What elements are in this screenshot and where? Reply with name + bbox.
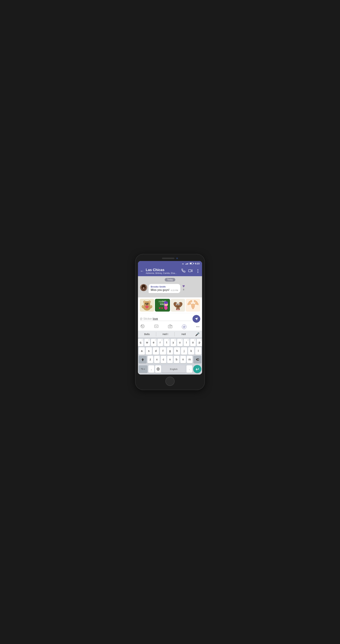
key-q[interactable]: 1q xyxy=(138,339,143,346)
special-key[interactable]: ?1☺ xyxy=(139,365,147,373)
date-badge: Today xyxy=(165,278,175,282)
svg-point-28 xyxy=(180,305,181,306)
svg-point-33 xyxy=(177,304,178,305)
sticker-heart-cookie[interactable] xyxy=(171,299,185,312)
svg-point-39 xyxy=(178,310,179,310)
mic-icon[interactable]: 🎤 xyxy=(193,332,202,336)
svg-point-38 xyxy=(177,310,178,310)
keyboard: Bello Hell l Hell 🎤 1q 2w 3e 4r 5t 6y 7u xyxy=(138,331,202,374)
svg-point-37 xyxy=(176,309,177,310)
key-c[interactable]: c xyxy=(161,356,166,363)
svg-point-12 xyxy=(149,301,150,302)
key-row-3: z x c v b n m xyxy=(139,356,201,363)
key-u[interactable]: 7u xyxy=(177,339,183,346)
app-header: ← Las Chicas Adrienne, Britney, Camila, … xyxy=(138,266,202,276)
call-button[interactable] xyxy=(182,269,186,274)
key-x[interactable]: x xyxy=(154,356,160,363)
svg-rect-44 xyxy=(154,325,158,328)
svg-rect-48 xyxy=(142,361,143,361)
svg-point-46 xyxy=(169,326,171,327)
sticker-strip: I LOVE YOU! xyxy=(138,298,202,313)
key-row-2: a s d f g h j k l xyxy=(139,347,201,355)
svg-point-6 xyxy=(144,286,146,289)
key-n[interactable]: n xyxy=(180,356,186,363)
chat-area: Today xyxy=(138,276,202,298)
svg-point-15 xyxy=(146,303,146,304)
input-row: @ Sticker love xyxy=(140,315,200,323)
svg-point-47 xyxy=(171,326,172,326)
space-key[interactable]: English xyxy=(162,365,186,373)
globe-key[interactable] xyxy=(155,365,161,373)
key-h[interactable]: h xyxy=(174,347,180,355)
key-g[interactable]: g xyxy=(167,347,173,355)
emoji-sticker-button[interactable] xyxy=(140,324,145,329)
signal-icon xyxy=(186,262,189,264)
svg-point-27 xyxy=(176,305,176,306)
key-v[interactable]: v xyxy=(167,356,173,363)
back-button[interactable]: ← xyxy=(140,269,144,273)
speaker xyxy=(162,258,175,259)
battery-icon xyxy=(190,262,194,264)
key-w[interactable]: 2w xyxy=(144,339,150,346)
key-a[interactable]: a xyxy=(139,347,145,355)
svg-rect-0 xyxy=(189,270,191,272)
key-p[interactable]: 0p xyxy=(197,339,202,346)
sticker-hands[interactable] xyxy=(186,299,200,312)
suggestion-2[interactable]: Hell l xyxy=(156,331,174,337)
key-e[interactable]: 3e xyxy=(151,339,156,346)
sticker-love[interactable]: I LOVE YOU! xyxy=(155,299,170,312)
key-y[interactable]: 6y xyxy=(171,339,176,346)
wifi-icon xyxy=(182,262,184,264)
key-r[interactable]: 4r xyxy=(157,339,163,346)
gif-button[interactable] xyxy=(154,324,158,329)
sticker-bear[interactable] xyxy=(140,299,154,312)
key-d[interactable]: d xyxy=(153,347,159,355)
sticker-label: Sticker xyxy=(143,317,152,320)
message-row: Brooke Smith Miss you guys! 6:23 PM ♥ 8 xyxy=(140,284,200,293)
sender-name: Brooke Smith xyxy=(151,286,178,288)
key-t[interactable]: 5t xyxy=(164,339,170,346)
svg-point-22 xyxy=(164,301,168,304)
key-s[interactable]: s xyxy=(146,347,152,355)
header-actions: ⋮ xyxy=(182,268,200,274)
more-toolbar-button[interactable]: ••• xyxy=(196,325,200,328)
key-l[interactable]: l xyxy=(195,347,201,355)
more-options-button[interactable]: ⋮ xyxy=(196,268,200,274)
key-f[interactable]: f xyxy=(160,347,166,355)
key-i[interactable]: 8i xyxy=(184,339,189,346)
svg-point-26 xyxy=(178,305,178,306)
suggestion-1[interactable]: Bello xyxy=(138,331,156,337)
key-row-1: 1q 2w 3e 4r 5t 6y 7u 8i 9o 0p xyxy=(139,339,201,346)
svg-point-34 xyxy=(179,304,180,305)
toolbar-row: @ ••• xyxy=(140,324,200,329)
period-key[interactable]: . xyxy=(187,365,192,373)
avatar xyxy=(140,284,147,291)
reaction-area[interactable]: ♥ 8 xyxy=(183,284,185,291)
key-o[interactable]: 9o xyxy=(190,339,196,346)
key-z[interactable]: z xyxy=(147,356,153,363)
status-time: 6:23 xyxy=(195,262,200,265)
svg-point-11 xyxy=(144,301,145,302)
suggestion-3[interactable]: Hell xyxy=(175,331,193,337)
phone-frame: 6:23 ← Las Chicas Adrienne, Britney, Cam… xyxy=(135,254,205,390)
at-prefix: @ xyxy=(140,317,142,320)
front-camera xyxy=(176,258,178,259)
key-k[interactable]: k xyxy=(188,347,194,355)
key-j[interactable]: j xyxy=(181,347,187,355)
key-b[interactable]: b xyxy=(174,356,179,363)
backspace-key[interactable] xyxy=(193,356,201,363)
typed-text: love xyxy=(153,317,158,320)
mention-button[interactable]: @ xyxy=(182,324,187,329)
svg-point-16 xyxy=(148,303,148,304)
message-input[interactable]: @ Sticker love xyxy=(140,317,191,321)
home-button[interactable] xyxy=(165,377,175,386)
comma-key[interactable]: , xyxy=(148,365,154,373)
chat-subtitle: Adrienne, Britney, Camila, Elsa... xyxy=(146,272,180,274)
shift-key[interactable] xyxy=(139,356,147,363)
key-m[interactable]: m xyxy=(187,356,193,363)
send-button[interactable] xyxy=(193,315,200,323)
camera-button[interactable] xyxy=(168,324,172,329)
message-text: Miss you guys! xyxy=(151,288,169,292)
enter-key[interactable] xyxy=(193,365,201,373)
video-call-button[interactable] xyxy=(188,269,193,273)
